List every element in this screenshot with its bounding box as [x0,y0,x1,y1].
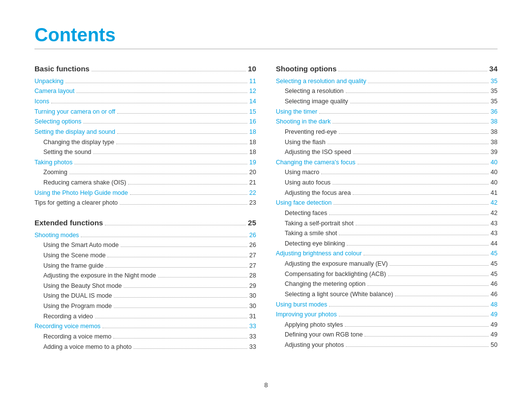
toc-entry[interactable]: Shooting in the dark38 [276,117,498,127]
toc-entry-page: 49 [491,309,498,320]
toc-entry-label: Defining your own RGB tone [285,330,363,340]
toc-entry-page: 38 [491,127,498,137]
toc-entry[interactable]: Using burst modes48 [276,300,498,310]
toc-entry-label: Using burst modes [276,300,327,310]
toc-entry[interactable]: Changing the camera's focus40 [276,157,498,168]
section-heading-dots [105,225,246,225]
page-title: Contents [34,25,498,46]
toc-entry-page: 40 [491,157,498,168]
toc-entry-label: Reducing camera shake (OIS) [43,178,126,188]
toc-entry: Selecting a light source (White balance)… [276,289,498,300]
toc-entry-page: 42 [491,208,498,218]
toc-entry-page: 29 [249,281,256,291]
toc-entry: Taking a self-portrait shot43 [276,218,498,229]
toc-entry-page: 33 [249,321,256,332]
section-heading-row: Shooting options34 [276,63,498,76]
toc-entry-label: Zooming [43,167,67,178]
toc-entry-page: 38 [491,117,498,127]
toc-entry-page: 15 [249,107,256,117]
toc-entry-dots [113,338,247,339]
toc-entry-label: Adjusting the exposure in the Night mode [43,271,156,281]
toc-entry-dots [51,103,247,103]
toc-entry: Changing the metering option46 [276,279,498,289]
toc-entry[interactable]: Selecting options16 [34,117,256,127]
toc-entry-label: Tips for getting a clearer photo [34,198,118,208]
toc-entry: Preventing red-eye38 [276,127,498,137]
toc-entry-page: 43 [491,228,498,239]
toc-entry-dots [130,194,247,195]
toc-entry-page: 18 [249,137,256,148]
toc-entry[interactable]: Selecting a resolution and quality35 [276,76,498,87]
toc-entry: Reducing camera shake (OIS)21 [34,178,256,188]
toc-entry[interactable]: Unpacking11 [34,76,256,87]
toc-entry-page: 35 [491,76,498,87]
toc-entry[interactable]: Using the timer36 [276,107,498,117]
toc-entry-page: 42 [491,198,498,208]
toc-entry-dots [133,348,247,349]
toc-entry-label: Adjusting your photos [285,340,344,350]
toc-entry-label: Taking a self-portrait shot [285,218,354,229]
section-0: Basic functions10Unpacking11Camera layou… [34,63,256,208]
toc-entry[interactable]: Shooting modes26 [34,230,256,241]
toc-entry[interactable]: Icons14 [34,96,256,107]
toc-entry-dots [388,276,489,276]
section-heading-dots [92,71,246,71]
toc-entry-page: 26 [249,240,256,250]
toc-entry[interactable]: Setting the display and sound18 [34,127,256,137]
toc-entry-page: 23 [249,198,256,208]
toc-entry[interactable]: Turning your camera on or off15 [34,107,256,117]
toc-entry[interactable]: Using face detection42 [276,198,498,208]
toc-entry-label: Detecting faces [285,208,327,218]
toc-entry-page: 22 [249,188,256,198]
section-heading-page: 34 [489,63,498,75]
toc-entry[interactable]: Adjusting brightness and colour45 [276,248,498,259]
toc-entry-dots [114,308,247,308]
toc-entry-dots [102,328,247,328]
toc-entry: Selecting a resolution35 [276,86,498,96]
toc-entry-page: 14 [249,96,256,107]
toc-entry-dots [353,154,489,154]
toc-columns: Basic functions10Unpacking11Camera layou… [34,63,498,352]
toc-entry[interactable]: Taking photos19 [34,157,256,168]
toc-entry-dots [66,83,247,83]
toc-entry-label: Recording voice memos [34,321,100,332]
toc-entry-label: Changing the display type [43,137,114,148]
section-heading-dots [338,71,487,71]
toc-entry[interactable]: Camera layout12 [34,86,256,96]
toc-entry-label: Using the flash [285,137,326,148]
toc-entry-page: 11 [249,76,256,87]
toc-entry-dots [117,133,247,134]
toc-entry-label: Using the Smart Auto mode [43,240,119,250]
toc-entry[interactable]: Recording voice memos33 [34,321,256,332]
toc-entry-dots [339,133,489,134]
toc-entry-label: Selecting a resolution [285,86,344,96]
toc-entry-page: 30 [249,301,256,311]
toc-entry: Adjusting the exposure in the Night mode… [34,271,256,281]
toc-entry-dots [95,318,247,318]
toc-entry-dots [117,113,247,114]
toc-entry-dots [69,174,247,174]
page-number: 8 [264,381,267,389]
toc-entry-dots [81,237,247,237]
toc-entry-dots [358,164,489,164]
toc-entry: Zooming20 [34,167,256,178]
toc-entry-page: 33 [249,342,256,352]
toc-entry[interactable]: Improving your photos49 [276,309,498,320]
toc-entry[interactable]: Using the Photo Help Guide mode22 [34,188,256,198]
toc-entry-page: 27 [249,250,256,261]
toc-entry-label: Unpacking [34,76,64,87]
section-heading-page: 10 [248,63,256,75]
toc-entry-label: Recording a video [43,311,93,322]
toc-entry-page: 30 [249,291,256,301]
toc-entry: Adjusting the ISO speed39 [276,147,498,157]
toc-entry: Detecting faces42 [276,208,498,218]
toc-entry: Setting the sound18 [34,147,256,157]
toc-entry-label: Adjusting the exposure manually (EV) [285,259,388,269]
toc-entry-dots [121,247,247,247]
toc-entry-dots [128,184,247,185]
toc-entry-label: Shooting modes [34,230,79,241]
toc-entry-label: Setting the display and sound [34,127,115,137]
toc-entry-page: 44 [491,239,498,249]
toc-entry-page: 18 [249,127,256,137]
toc-entry-page: 45 [491,269,498,279]
